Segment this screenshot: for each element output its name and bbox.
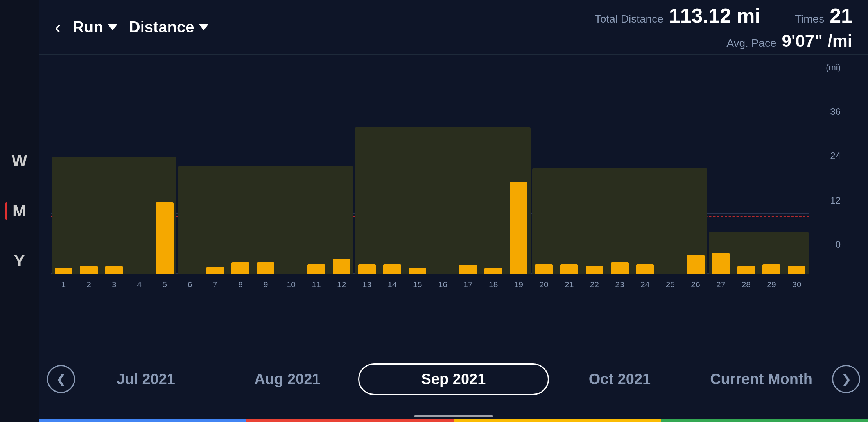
main-content: ‹ Run Distance Total Distance 113.12 mi … xyxy=(39,0,868,422)
back-button[interactable]: ‹ xyxy=(55,16,61,38)
bottom-bar-blue xyxy=(39,419,246,422)
x-label-16: 16 xyxy=(430,280,456,289)
bar-18 xyxy=(481,86,506,274)
y-unit: (mi) xyxy=(826,63,841,73)
bar-16 xyxy=(430,86,456,274)
activity-dropdown[interactable]: Run xyxy=(73,18,117,36)
bar-7 xyxy=(203,86,228,274)
stats-area: Total Distance 113.12 mi Times 21 Avg. P… xyxy=(595,4,852,51)
header: ‹ Run Distance Total Distance 113.12 mi … xyxy=(39,0,868,55)
group-oct xyxy=(531,86,708,274)
bottom-bar-green xyxy=(661,419,868,422)
sidebar-item-m[interactable]: M xyxy=(13,202,27,220)
nav-month-aug[interactable]: Aug 2021 xyxy=(217,371,358,388)
metric-arrow-icon xyxy=(199,24,208,30)
bar-fill-9 xyxy=(257,262,274,274)
bar-3 xyxy=(101,86,127,274)
nav-month-sep[interactable]: Sep 2021 xyxy=(358,363,549,395)
sidebar: W M Y xyxy=(0,0,39,422)
x-label-11: 11 xyxy=(304,280,329,289)
x-group-aug: 6 7 8 9 10 11 12 xyxy=(177,280,354,289)
x-label-1: 1 xyxy=(51,280,76,289)
bar-fill-24 xyxy=(636,264,654,274)
total-distance-label: Total Distance xyxy=(595,13,664,25)
x-label-7: 7 xyxy=(203,280,228,289)
bar-12 xyxy=(329,86,354,274)
bar-5 xyxy=(152,86,178,274)
x-group-current: 27 28 29 30 xyxy=(708,280,809,289)
bottom-color-bar xyxy=(39,419,868,422)
bar-4 xyxy=(127,86,152,274)
bar-28 xyxy=(733,86,759,274)
bar-11 xyxy=(304,86,329,274)
sidebar-item-w[interactable]: W xyxy=(12,152,28,170)
bar-6 xyxy=(177,86,203,274)
x-label-13: 13 xyxy=(354,280,380,289)
bars-area xyxy=(51,86,809,274)
bar-23 xyxy=(607,86,633,274)
x-axis: 1 2 3 4 5 6 7 8 9 10 11 12 13 14 xyxy=(51,280,809,289)
bar-24 xyxy=(632,86,658,274)
x-label-18: 18 xyxy=(481,280,506,289)
x-group-sep: 13 14 15 16 17 18 19 xyxy=(354,280,531,289)
bar-1 xyxy=(51,86,76,274)
times-label: Times xyxy=(795,13,824,25)
activity-arrow-icon xyxy=(108,24,117,30)
bar-fill-11 xyxy=(307,264,325,274)
x-label-29: 29 xyxy=(759,280,784,289)
bar-20 xyxy=(531,86,557,274)
bar-fill-21 xyxy=(560,264,578,274)
x-label-3: 3 xyxy=(101,280,127,289)
next-icon: ❯ xyxy=(841,372,852,386)
activity-label: Run xyxy=(73,18,103,36)
avg-pace-label: Avg. Pace xyxy=(726,37,776,50)
nav-month-current[interactable]: Current Month xyxy=(690,371,832,388)
bottom-bar-red xyxy=(246,419,454,422)
bar-fill-3 xyxy=(105,266,123,274)
bar-fill-8 xyxy=(231,262,249,274)
bar-fill-27 xyxy=(712,253,730,274)
x-label-12: 12 xyxy=(329,280,354,289)
group-aug xyxy=(177,86,354,274)
metric-dropdown[interactable]: Distance xyxy=(129,18,208,36)
x-label-10: 10 xyxy=(278,280,304,289)
x-label-26: 26 xyxy=(683,280,708,289)
x-label-22: 22 xyxy=(582,280,607,289)
nav-month-oct[interactable]: Oct 2021 xyxy=(549,371,690,388)
bar-fill-13 xyxy=(358,264,376,274)
y-label-0: 0 xyxy=(836,239,841,250)
metric-label: Distance xyxy=(129,18,194,36)
x-label-8: 8 xyxy=(228,280,253,289)
x-label-28: 28 xyxy=(733,280,759,289)
x-label-21: 21 xyxy=(556,280,582,289)
bar-fill-12 xyxy=(333,259,350,274)
bar-25 xyxy=(658,86,683,274)
x-label-24: 24 xyxy=(632,280,658,289)
home-indicator xyxy=(414,415,493,417)
bar-19 xyxy=(506,86,531,274)
prev-button[interactable]: ❮ xyxy=(47,365,75,393)
sidebar-item-y[interactable]: Y xyxy=(14,252,25,270)
bar-27 xyxy=(708,86,733,274)
bar-21 xyxy=(556,86,582,274)
bar-10 xyxy=(278,86,304,274)
avg-pace-row: Avg. Pace 9'07" /mi xyxy=(726,31,852,51)
bar-fill-15 xyxy=(409,268,426,274)
x-label-25: 25 xyxy=(658,280,683,289)
x-group-jul: 1 2 3 4 5 xyxy=(51,280,177,289)
bar-fill-17 xyxy=(459,265,477,274)
next-button[interactable]: ❯ xyxy=(832,365,860,393)
bar-fill-22 xyxy=(586,266,603,274)
bar-fill-2 xyxy=(80,266,97,274)
y-axis: (mi) 36 24 12 0 xyxy=(826,63,841,250)
bar-8 xyxy=(228,86,253,274)
bottom-bar-yellow xyxy=(454,419,661,422)
x-label-23: 23 xyxy=(607,280,633,289)
filter-dropdowns: Run Distance xyxy=(73,18,208,36)
bar-fill-7 xyxy=(206,267,224,274)
nav-month-jul[interactable]: Jul 2021 xyxy=(75,371,217,388)
bar-fill-14 xyxy=(383,264,401,274)
bar-fill-20 xyxy=(535,264,552,274)
bar-fill-5 xyxy=(156,202,173,274)
bar-14 xyxy=(380,86,405,274)
